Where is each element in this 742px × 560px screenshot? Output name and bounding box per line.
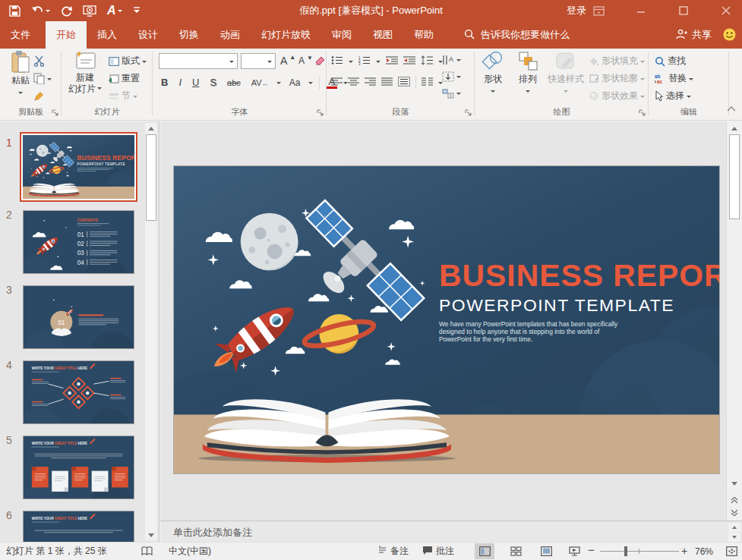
- align-text-button[interactable]: [442, 68, 461, 84]
- spell-check-icon[interactable]: [141, 543, 153, 560]
- font-size-caret[interactable]: [267, 61, 272, 65]
- tab-design[interactable]: 设计: [128, 21, 169, 49]
- select-caret[interactable]: [687, 96, 691, 100]
- customize-qat-button[interactable]: [131, 2, 142, 19]
- align-center-button[interactable]: [348, 77, 359, 89]
- reset-button[interactable]: 重置: [109, 71, 140, 87]
- minimize-button[interactable]: [625, 0, 657, 21]
- justify-button[interactable]: [381, 77, 393, 89]
- bullets-button[interactable]: [331, 55, 343, 68]
- undo-button[interactable]: [30, 2, 52, 19]
- convert-smartart-caret[interactable]: [456, 93, 461, 97]
- replace-caret[interactable]: [689, 78, 693, 83]
- ribbon-display-options-button[interactable]: [583, 0, 614, 21]
- select-button[interactable]: 选择: [655, 88, 691, 104]
- thumbnail-scrollbar-thumb[interactable]: [146, 134, 156, 221]
- decrease-font-button[interactable]: A▼: [298, 52, 313, 68]
- thumbnail-scrollbar[interactable]: [145, 123, 157, 540]
- redo-button[interactable]: [59, 2, 74, 19]
- feedback-smiley-icon[interactable]: [723, 28, 736, 43]
- align-text-caret[interactable]: [456, 76, 461, 80]
- underline-button[interactable]: U: [190, 77, 201, 88]
- text-direction-caret[interactable]: [456, 59, 461, 64]
- maximize-button[interactable]: [668, 0, 699, 21]
- change-case-button[interactable]: Aa: [287, 77, 303, 88]
- arrange-button[interactable]: 排列: [511, 51, 545, 95]
- bold-button[interactable]: B: [159, 77, 170, 88]
- language-indicator[interactable]: 中文(中国): [169, 543, 211, 560]
- text-shadow-button[interactable]: S: [207, 77, 219, 88]
- font-name-caret[interactable]: [229, 61, 234, 65]
- notes-placeholder[interactable]: 单击此处添加备注: [173, 526, 252, 540]
- share-button[interactable]: 共享: [675, 21, 712, 49]
- notes-scrollbar[interactable]: [728, 523, 741, 542]
- paragraph-dialog-launcher[interactable]: [465, 109, 472, 117]
- tab-review[interactable]: 审阅: [321, 21, 362, 49]
- bullets-caret[interactable]: [349, 61, 353, 65]
- new-slide-caret[interactable]: [97, 87, 102, 92]
- format-painter-button[interactable]: [33, 88, 45, 104]
- character-spacing-button[interactable]: AV↔: [249, 78, 270, 87]
- clear-formatting-button[interactable]: [315, 52, 326, 68]
- shapes-button[interactable]: 形状: [476, 51, 510, 95]
- text-direction-button[interactable]: A: [442, 52, 461, 68]
- zoom-slider-thumb[interactable]: [624, 546, 627, 556]
- drawing-dialog-launcher[interactable]: [639, 109, 646, 117]
- previous-slide-button[interactable]: [727, 495, 742, 505]
- convert-smartart-button[interactable]: [442, 85, 461, 101]
- cut-button[interactable]: [33, 53, 45, 69]
- tab-view[interactable]: 视图: [362, 21, 403, 49]
- zoom-in-button[interactable]: +: [681, 542, 687, 559]
- tab-slideshow[interactable]: 幻灯片放映: [251, 21, 321, 49]
- increase-font-button[interactable]: A▲: [280, 52, 295, 68]
- copy-caret[interactable]: [47, 78, 52, 83]
- font-name-combobox[interactable]: [159, 53, 238, 69]
- shapes-caret[interactable]: [491, 90, 495, 95]
- layout-button[interactable]: 版式: [109, 53, 147, 69]
- save-button[interactable]: [8, 2, 22, 19]
- character-spacing-caret[interactable]: [276, 82, 281, 87]
- fit-slide-to-window-button[interactable]: [721, 543, 741, 559]
- slide-thumbnail-4[interactable]: WRITE YOUR GREAT TITLE HERE: [23, 360, 134, 424]
- strikethrough-button[interactable]: abc: [225, 78, 243, 87]
- italic-button[interactable]: I: [176, 77, 184, 88]
- slide-thumbnail-1[interactable]: [20, 132, 137, 202]
- zoom-out-button[interactable]: −: [588, 541, 595, 558]
- align-left-button[interactable]: [331, 77, 343, 89]
- normal-view-button[interactable]: [475, 543, 494, 559]
- slide-thumbnail-5[interactable]: WRITE YOUR GREAT TITLE HERE: [23, 436, 134, 499]
- scroll-up-button[interactable]: [727, 123, 742, 134]
- numbering-button[interactable]: 123: [358, 55, 371, 68]
- main-scrollbar-thumb[interactable]: [729, 134, 740, 219]
- notes-scroll-up-button[interactable]: [728, 523, 740, 532]
- tab-help[interactable]: 帮助: [403, 21, 444, 49]
- undo-dropdown-caret[interactable]: [46, 10, 50, 14]
- tell-me-search[interactable]: 告诉我你想要做什么: [464, 21, 570, 49]
- distribute-button[interactable]: [398, 77, 410, 89]
- copy-button[interactable]: [33, 71, 52, 87]
- notes-toggle[interactable]: 备注: [377, 543, 409, 560]
- layout-caret[interactable]: [142, 61, 147, 65]
- slide-canvas[interactable]: [173, 165, 720, 474]
- comments-toggle[interactable]: 批注: [422, 543, 454, 560]
- qat-font-tool-button[interactable]: A: [106, 2, 124, 19]
- font-dialog-launcher[interactable]: [317, 109, 324, 117]
- slideshow-view-button[interactable]: [564, 543, 584, 559]
- tab-file[interactable]: 文件: [0, 21, 41, 49]
- tab-insert[interactable]: 插入: [87, 21, 128, 49]
- clipboard-dialog-launcher[interactable]: [52, 109, 59, 117]
- replace-button[interactable]: abac替换: [655, 71, 693, 87]
- font-size-combobox[interactable]: [241, 53, 276, 69]
- tab-transitions[interactable]: 切换: [169, 21, 210, 49]
- slide-thumbnail-6[interactable]: WRITE YOUR GREAT TITLE HERE: [23, 511, 134, 542]
- close-button[interactable]: [710, 0, 742, 21]
- qat-slideshow-button[interactable]: [81, 2, 98, 19]
- notes-pane[interactable]: 单击此处添加备注: [160, 521, 742, 542]
- line-spacing-button[interactable]: [421, 55, 433, 68]
- tab-home[interactable]: 开始: [46, 21, 87, 49]
- new-slide-button[interactable]: 新建幻灯片: [66, 51, 104, 95]
- font-tool-caret[interactable]: [118, 10, 122, 14]
- arrange-caret[interactable]: [526, 90, 530, 95]
- scroll-down-button[interactable]: [727, 478, 742, 489]
- paste-caret[interactable]: [18, 92, 23, 96]
